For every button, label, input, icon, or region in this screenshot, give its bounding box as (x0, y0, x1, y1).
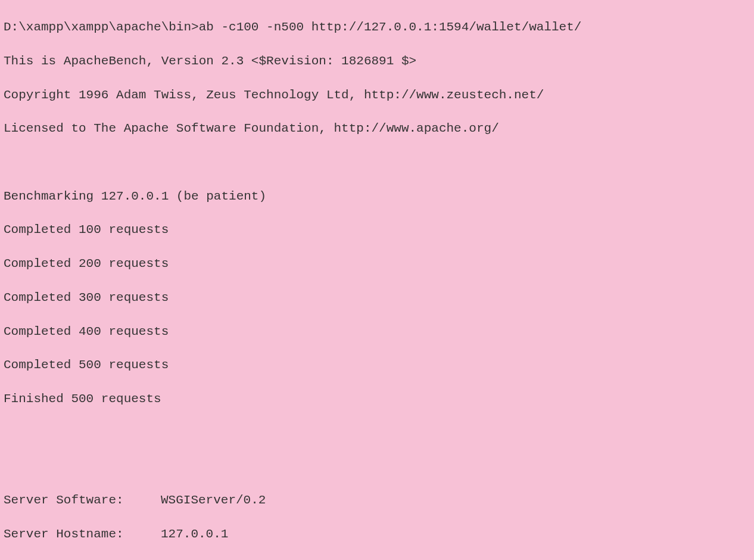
result-label: Server Hostname: (4, 526, 161, 543)
command-line: D:\xampp\xampp\apache\bin>ab -c100 -n500… (4, 19, 750, 36)
result-row: Server Software:WSGIServer/0.2 (4, 492, 750, 509)
license-line: Licensed to The Apache Software Foundati… (4, 120, 750, 137)
result-row: Server Hostname:127.0.0.1 (4, 526, 750, 543)
copyright-line: Copyright 1996 Adam Twiss, Zeus Technolo… (4, 87, 750, 104)
result-label: Server Software: (4, 492, 161, 509)
benchmark-status: Benchmarking 127.0.0.1 (be patient) (4, 188, 750, 205)
progress-line: Finished 500 requests (4, 391, 750, 407)
terminal-output: D:\xampp\xampp\apache\bin>ab -c100 -n500… (0, 0, 754, 560)
progress-line: Completed 300 requests (4, 290, 750, 306)
progress-line: Completed 200 requests (4, 256, 750, 272)
progress-line: Completed 100 requests (4, 222, 750, 238)
blank-line (4, 458, 750, 475)
result-value: WSGIServer/0.2 (161, 492, 266, 509)
progress-line: Completed 500 requests (4, 357, 750, 374)
result-value: 127.0.0.1 (161, 526, 228, 543)
progress-line: Completed 400 requests (4, 323, 750, 340)
blank-line (4, 425, 750, 441)
intro-line: This is ApacheBench, Version 2.3 <$Revis… (4, 53, 750, 70)
blank-line (4, 154, 750, 171)
